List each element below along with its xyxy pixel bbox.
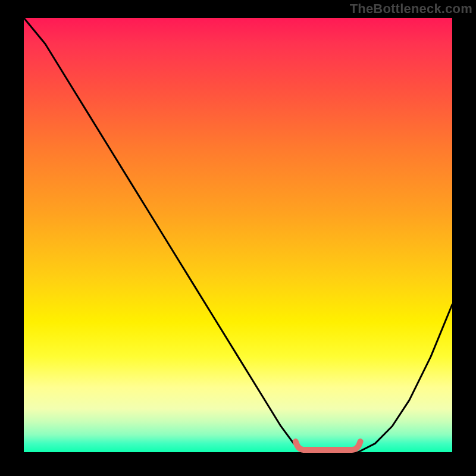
optimal-flat-region xyxy=(296,441,361,450)
chart-container: TheBottleneck.com xyxy=(0,0,476,476)
curve-layer xyxy=(24,18,452,452)
watermark-text: TheBottleneck.com xyxy=(350,1,472,17)
plot-frame xyxy=(24,18,452,452)
bottleneck-curve xyxy=(24,18,452,452)
